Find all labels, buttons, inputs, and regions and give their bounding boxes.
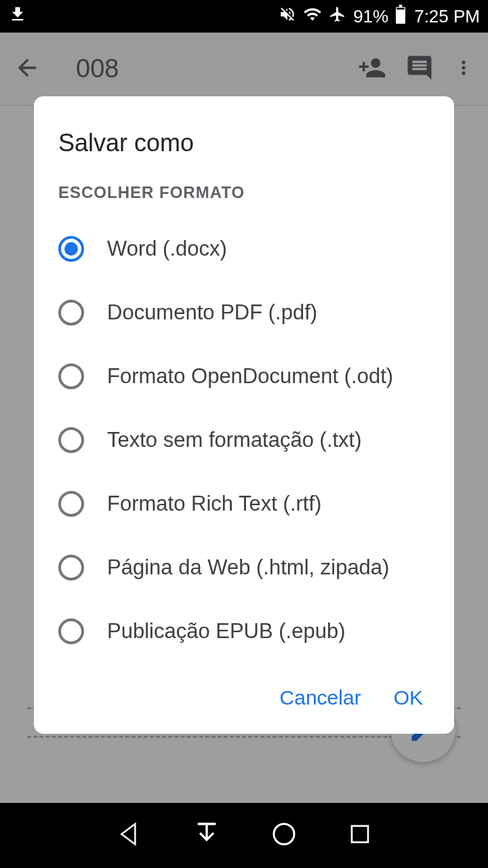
svg-rect-4 bbox=[352, 826, 368, 842]
status-bar: 91% 7:25 PM bbox=[0, 0, 488, 33]
format-option-label: Página da Web (.html, zipada) bbox=[107, 555, 389, 580]
wifi-icon bbox=[303, 5, 322, 28]
dialog-title: Salvar como bbox=[34, 121, 454, 183]
airplane-icon bbox=[329, 5, 346, 28]
battery-percent: 91% bbox=[353, 6, 388, 27]
battery-icon bbox=[395, 5, 406, 28]
radio-icon bbox=[58, 491, 84, 517]
dialog-actions: Cancelar OK bbox=[34, 663, 454, 722]
clock-time: 7:25 PM bbox=[414, 6, 480, 27]
format-option[interactable]: Formato OpenDocument (.odt) bbox=[34, 344, 454, 408]
dialog-subheader: ESCOLHER FORMATO bbox=[34, 183, 454, 217]
svg-rect-2 bbox=[396, 7, 405, 9]
cancel-button[interactable]: Cancelar bbox=[280, 686, 361, 709]
format-option-label: Texto sem formatação (.txt) bbox=[107, 428, 362, 452]
radio-icon bbox=[58, 618, 84, 644]
format-option[interactable]: Página da Web (.html, zipada) bbox=[34, 536, 454, 599]
format-option-label: Publicação EPUB (.epub) bbox=[107, 619, 346, 644]
mute-icon bbox=[279, 5, 296, 28]
nav-recent-icon[interactable] bbox=[348, 822, 372, 849]
svg-point-3 bbox=[274, 824, 294, 844]
radio-icon bbox=[58, 363, 84, 389]
radio-icon bbox=[58, 555, 84, 580]
format-option-label: Documento PDF (.pdf) bbox=[107, 300, 317, 325]
svg-rect-0 bbox=[396, 7, 405, 24]
format-option[interactable]: Publicação EPUB (.epub) bbox=[34, 599, 454, 663]
radio-icon bbox=[58, 427, 84, 453]
navigation-bar bbox=[0, 803, 488, 868]
format-option[interactable]: Word (.docx) bbox=[34, 217, 454, 281]
format-option[interactable]: Formato Rich Text (.rtf) bbox=[34, 472, 454, 536]
nav-back-icon[interactable] bbox=[116, 821, 143, 850]
svg-rect-1 bbox=[399, 5, 403, 7]
format-option[interactable]: Texto sem formatação (.txt) bbox=[34, 408, 454, 472]
nav-download-icon[interactable] bbox=[193, 821, 220, 850]
ok-button[interactable]: OK bbox=[394, 686, 423, 709]
save-as-dialog: Salvar como ESCOLHER FORMATO Word (.docx… bbox=[34, 96, 454, 734]
download-icon bbox=[8, 5, 27, 28]
format-option-label: Formato OpenDocument (.odt) bbox=[107, 364, 393, 389]
radio-icon bbox=[58, 300, 84, 326]
nav-home-icon[interactable] bbox=[270, 821, 298, 850]
format-option-label: Formato Rich Text (.rtf) bbox=[107, 492, 321, 516]
radio-icon bbox=[58, 236, 84, 262]
format-option-label: Word (.docx) bbox=[107, 237, 227, 261]
format-option[interactable]: Documento PDF (.pdf) bbox=[34, 281, 454, 344]
